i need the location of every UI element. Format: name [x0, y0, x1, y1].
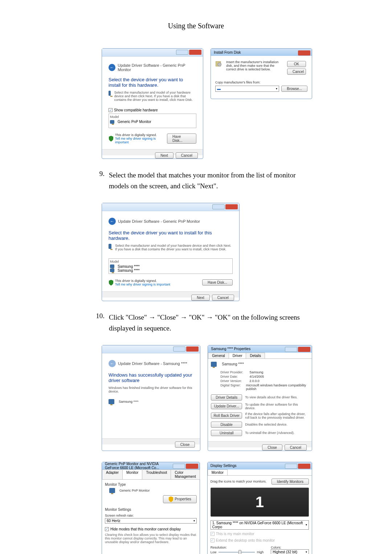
- disable-button[interactable]: Disable: [211, 422, 242, 428]
- minimize-icon[interactable]: [173, 346, 185, 352]
- disable-desc: Disables the selected device.: [245, 423, 309, 426]
- chevron-down-icon: ▾: [193, 519, 195, 522]
- tab-troubleshoot[interactable]: Troubleshoot: [142, 469, 171, 479]
- uninstall-desc: To uninstall the driver (Advanced).: [245, 431, 309, 435]
- device-name: Samsung ****: [119, 400, 139, 403]
- close-icon[interactable]: [298, 464, 310, 469]
- dialog-display-settings: Display Settings Monitor Drag the icons …: [207, 462, 312, 554]
- tab-details[interactable]: Details: [246, 353, 265, 358]
- identify-button[interactable]: Identify Monitors: [271, 479, 309, 485]
- step-text: Select the model that matches your monit…: [109, 170, 312, 192]
- checkbox-label: Show compatible hardware: [114, 108, 158, 112]
- minimize-icon[interactable]: [176, 50, 188, 55]
- tab-driver[interactable]: Driver: [229, 353, 246, 358]
- monitor-icon: [211, 362, 217, 367]
- back-icon[interactable]: ←: [109, 360, 116, 367]
- close-button[interactable]: Close: [175, 442, 195, 448]
- browse-button[interactable]: Browse...: [281, 86, 307, 92]
- minimize-icon[interactable]: [285, 464, 297, 469]
- back-icon[interactable]: ←: [109, 64, 115, 71]
- column-header-model: Model: [110, 260, 231, 263]
- dialog-message: Insert the manufacturer's installation d…: [226, 60, 283, 75]
- checkbox-show-compat[interactable]: ✓: [109, 108, 113, 112]
- rollback-desc: If the device fails after updating the d…: [245, 412, 309, 419]
- checkbox-main-monitor: ✓: [211, 532, 215, 536]
- close-icon[interactable]: [186, 464, 198, 469]
- help-icon[interactable]: [173, 464, 185, 469]
- path-dropdown[interactable]: ▬▾: [215, 86, 279, 92]
- step-text: Click "Close" → "Close" → "OK" → "OK" on…: [109, 312, 312, 334]
- slider-low: Low: [211, 550, 217, 554]
- model-listbox[interactable]: Model Generic PnP Monitor: [109, 114, 196, 128]
- cancel-button[interactable]: Cancel: [212, 295, 234, 301]
- back-icon[interactable]: ←: [109, 218, 116, 225]
- tab-color[interactable]: Color Management: [171, 469, 200, 479]
- resolution-slider[interactable]: [219, 549, 255, 554]
- dialog-title: Samsung **** Properties: [211, 347, 250, 351]
- list-item[interactable]: Samsung ****: [118, 264, 140, 268]
- dialog-title: Generic PnP Monitor and NVIDIA GeForce 6…: [105, 462, 172, 470]
- cancel-button[interactable]: Cancel: [287, 69, 306, 75]
- monitor-icon: [109, 488, 115, 493]
- list-item[interactable]: Samsung ****: [118, 268, 140, 272]
- checkbox-hide-modes[interactable]: ✓: [105, 527, 109, 531]
- tab-monitor[interactable]: Monitor: [122, 469, 142, 479]
- close-icon[interactable]: [298, 347, 310, 352]
- refresh-label: Screen refresh rate:: [105, 514, 197, 517]
- have-disk-button[interactable]: Have Disk...: [167, 134, 196, 144]
- next-button[interactable]: Next: [155, 152, 173, 159]
- version-label: Driver Version:: [220, 379, 249, 383]
- date-value: 4/14/2005: [249, 375, 264, 378]
- hide-desc: Clearing this check box allows you to se…: [105, 533, 197, 544]
- minimize-icon[interactable]: [212, 204, 225, 209]
- dialog-install-from-disk: Install From Disk Insert the manufacture…: [211, 48, 312, 99]
- checkbox-label: This is my main monitor: [216, 532, 254, 536]
- cancel-button[interactable]: Cancel: [176, 152, 198, 159]
- close-icon[interactable]: [298, 50, 310, 56]
- shield-icon: [109, 136, 114, 141]
- disk-icon: [215, 60, 222, 67]
- cancel-button[interactable]: Cancel: [285, 444, 307, 451]
- have-disk-button[interactable]: Have Disk...: [202, 279, 233, 286]
- tab-adapter[interactable]: Adapter: [102, 469, 123, 479]
- breadcrumb: Update Driver Software - Generic PnP Mon…: [118, 63, 196, 72]
- step-10: 10. Click "Close" → "Close" → "OK" → "OK…: [94, 312, 312, 334]
- monitor-icon: [110, 120, 114, 124]
- update-driver-button[interactable]: Update Driver...: [211, 403, 242, 409]
- close-button[interactable]: Close: [262, 444, 282, 451]
- step-number: 10.: [94, 312, 109, 334]
- monitor-preview[interactable]: 1: [211, 488, 309, 517]
- why-signing-link[interactable]: Tell me why driver signing is important: [115, 137, 167, 144]
- close-icon[interactable]: [186, 346, 199, 352]
- monitor-type-value: Generic PnP Monitor: [119, 489, 150, 492]
- tab-general[interactable]: General: [208, 353, 229, 358]
- minimize-icon[interactable]: [285, 347, 297, 352]
- model-listbox[interactable]: Model Samsung **** Samsung ****: [109, 258, 233, 274]
- uninstall-button[interactable]: Uninstall: [211, 430, 242, 436]
- driver-details-button[interactable]: Driver Details: [211, 394, 242, 401]
- colors-dropdown[interactable]: Highest (32 bit) ▾: [271, 549, 309, 554]
- list-item[interactable]: Generic PnP Monitor: [118, 120, 151, 124]
- slider-high: High: [257, 550, 264, 554]
- refresh-dropdown[interactable]: 60 Hertz ▾: [105, 518, 197, 524]
- tab-monitor[interactable]: Monitor: [208, 469, 228, 475]
- breadcrumb: Update Driver Software - Generic PnP Mon…: [118, 219, 200, 223]
- close-icon[interactable]: [189, 50, 201, 55]
- device-dropdown[interactable]: 1. Samsung **** on NVIDIA GeForce 6600 L…: [211, 520, 309, 530]
- refresh-value: 60 Hertz: [107, 519, 121, 523]
- signer-label: Digital Signer:: [220, 383, 246, 391]
- why-signing-link[interactable]: Tell me why driver signing is important: [115, 283, 170, 286]
- close-icon[interactable]: [225, 204, 238, 209]
- provider-value: Samsung: [249, 370, 263, 374]
- colors-label: Colors:: [271, 546, 309, 549]
- dialog-update-driver: ← Update Driver Software - Generic PnP M…: [102, 48, 203, 159]
- update-desc: To update the driver software for this d…: [245, 403, 309, 410]
- checkbox-extend: ✓: [211, 538, 215, 542]
- monitor-icon: [110, 264, 114, 268]
- monitor-icon: [109, 91, 111, 96]
- ok-button[interactable]: OK: [287, 61, 306, 67]
- properties-button[interactable]: Properties: [163, 495, 196, 503]
- next-button[interactable]: Next: [191, 295, 210, 301]
- roll-back-button[interactable]: Roll Back Driver: [211, 413, 242, 419]
- column-header-model: Model: [110, 115, 195, 119]
